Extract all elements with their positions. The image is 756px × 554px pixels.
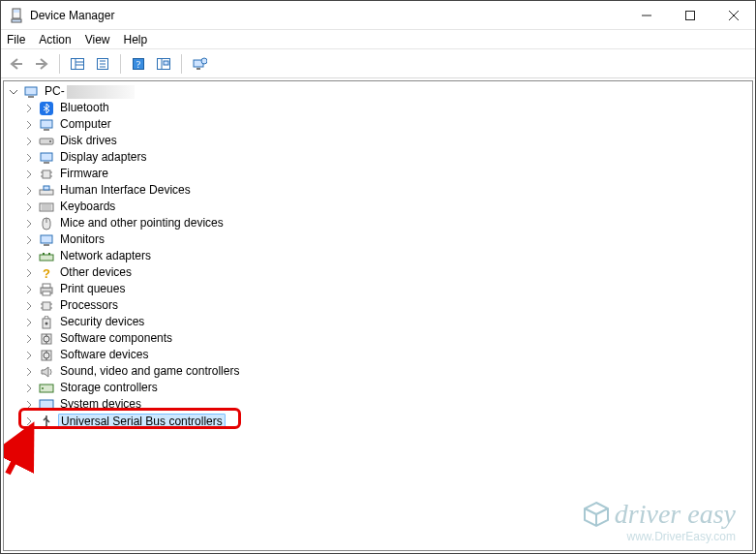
- security-icon: [39, 315, 54, 330]
- expander-right-icon[interactable]: [23, 366, 35, 378]
- expander-right-icon[interactable]: [23, 383, 35, 394]
- tree-item[interactable]: Storage controllers: [4, 380, 752, 396]
- tree-item[interactable]: Software components: [4, 330, 752, 347]
- software-component-icon: [39, 331, 54, 347]
- svg-point-59: [45, 322, 48, 324]
- minimize-button[interactable]: [624, 1, 668, 29]
- tree-item[interactable]: Human Interface Devices: [4, 182, 752, 199]
- tree-item[interactable]: Disk drives: [4, 133, 752, 149]
- expander-right-icon[interactable]: [23, 350, 35, 361]
- toolbar-separator: [59, 54, 60, 74]
- expander-right-icon[interactable]: [23, 234, 35, 246]
- menu-view[interactable]: View: [85, 33, 110, 46]
- svg-point-69: [42, 387, 44, 389]
- back-button[interactable]: [5, 52, 28, 76]
- expander-right-icon[interactable]: [23, 185, 35, 197]
- menu-action[interactable]: Action: [39, 33, 71, 46]
- app-icon: [9, 8, 24, 23]
- tree-item[interactable]: Print queues: [4, 281, 752, 297]
- storage-icon: [39, 381, 54, 396]
- firmware-icon: [39, 167, 54, 182]
- printer-icon: [39, 282, 54, 297]
- tree-item[interactable]: Keyboards: [4, 199, 752, 215]
- expander-right-icon[interactable]: [23, 169, 35, 180]
- svg-rect-52: [43, 292, 50, 295]
- tree-root[interactable]: PC-: [4, 83, 752, 100]
- svg-rect-47: [43, 253, 45, 255]
- expander-right-icon[interactable]: [23, 267, 35, 279]
- tree-item-label: Firmware: [58, 166, 110, 182]
- svg-rect-7: [72, 58, 84, 69]
- tree-item[interactable]: Mice and other pointing devices: [4, 215, 752, 231]
- tree-item[interactable]: Sound, video and game controllers: [4, 363, 752, 380]
- display-adapter-icon: [39, 150, 54, 166]
- show-hide-tree-button[interactable]: [66, 52, 89, 76]
- expander-right-icon[interactable]: [23, 251, 35, 262]
- svg-text:?: ?: [43, 266, 50, 280]
- hid-icon: [39, 183, 54, 199]
- toolbar-separator: [181, 54, 182, 74]
- tree-item[interactable]: Software devices: [4, 347, 752, 363]
- svg-rect-53: [43, 302, 50, 310]
- expander-right-icon[interactable]: [23, 300, 35, 312]
- tree-item-label: Storage controllers: [58, 380, 160, 396]
- tree-item[interactable]: Network adapters: [4, 248, 752, 264]
- expander-right-icon[interactable]: [23, 201, 35, 213]
- tree-item-label: Security devices: [58, 314, 146, 330]
- tree-item-label: Keyboards: [58, 199, 117, 215]
- svg-rect-31: [43, 170, 50, 178]
- tree-item[interactable]: ?Other devices: [4, 264, 752, 281]
- expander-right-icon[interactable]: [23, 218, 35, 230]
- tree-item-label: Software components: [58, 330, 174, 347]
- svg-rect-23: [25, 87, 37, 95]
- svg-rect-44: [41, 235, 52, 243]
- svg-rect-21: [197, 68, 200, 70]
- tree-item[interactable]: Universal Serial Bus controllers: [4, 413, 752, 429]
- mouse-icon: [39, 216, 54, 231]
- computer-icon: [39, 117, 54, 133]
- svg-rect-36: [40, 190, 53, 195]
- menu-help[interactable]: Help: [124, 33, 148, 46]
- expander-right-icon[interactable]: [23, 103, 35, 114]
- monitor-icon: [39, 232, 54, 248]
- svg-rect-19: [164, 61, 168, 65]
- help-button[interactable]: ?: [127, 52, 150, 76]
- tree-item[interactable]: Bluetooth: [4, 100, 752, 116]
- other-icon: ?: [39, 265, 54, 281]
- expander-right-icon[interactable]: [23, 152, 35, 164]
- tree-item[interactable]: Security devices: [4, 314, 752, 330]
- svg-rect-1: [14, 10, 19, 13]
- tree-item-label: Network adapters: [58, 248, 153, 264]
- tree-item[interactable]: System devices: [4, 396, 752, 413]
- forward-button[interactable]: [30, 52, 53, 76]
- network-icon: [39, 249, 54, 264]
- expander-right-icon[interactable]: [23, 136, 35, 147]
- expander-right-icon[interactable]: [23, 119, 35, 131]
- disk-icon: [39, 134, 54, 149]
- add-legacy-hardware-button[interactable]: [188, 52, 211, 76]
- svg-rect-37: [44, 186, 49, 190]
- close-button[interactable]: [711, 1, 755, 29]
- tree-item[interactable]: Computer: [4, 116, 752, 133]
- scan-hardware-button[interactable]: [152, 52, 175, 76]
- expander-right-icon[interactable]: [23, 284, 35, 295]
- tree-item-label: Processors: [58, 297, 120, 314]
- expander-right-icon[interactable]: [23, 333, 35, 345]
- tree-item[interactable]: Processors: [4, 297, 752, 314]
- expander-down-icon[interactable]: [8, 86, 19, 98]
- annotation-arrow: [3, 420, 41, 478]
- menu-file[interactable]: File: [7, 33, 25, 46]
- properties-button[interactable]: [91, 52, 114, 76]
- device-tree[interactable]: PC- BluetoothComputerDisk drivesDisplay …: [3, 80, 753, 551]
- tree-item[interactable]: Monitors: [4, 231, 752, 248]
- tree-item[interactable]: Firmware: [4, 166, 752, 182]
- expander-right-icon[interactable]: [23, 416, 35, 427]
- device-manager-window: Device Manager File Action View Help: [0, 0, 756, 554]
- expander-right-icon[interactable]: [23, 317, 35, 328]
- system-icon: [39, 397, 54, 413]
- tree-item-label: Monitors: [58, 231, 106, 248]
- svg-rect-51: [43, 284, 50, 288]
- maximize-button[interactable]: [668, 1, 711, 29]
- tree-item[interactable]: Display adapters: [4, 149, 752, 166]
- expander-right-icon[interactable]: [23, 399, 35, 411]
